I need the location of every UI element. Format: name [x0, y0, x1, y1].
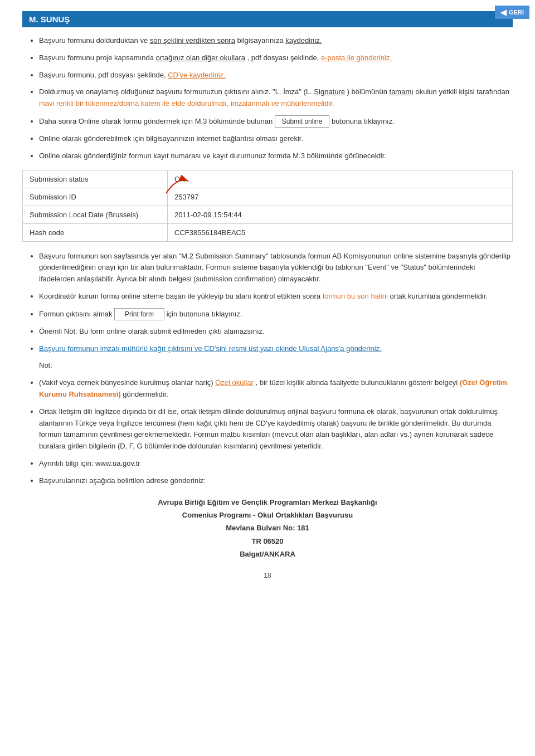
bullet-submit-online: Daha sonra Online olarak formu göndermek…: [39, 115, 513, 128]
bullet-internet: Online olarak gönderebilmek için bilgisa…: [39, 133, 513, 145]
back-arrow-icon: ◀: [500, 8, 507, 17]
main-bullet-list: Başvuru formunu doldurduktan ve son şekl…: [22, 35, 513, 162]
table-row-status: Submission status OK: [23, 170, 513, 188]
label-submission-date: Submission Local Date (Brussels): [23, 206, 168, 223]
label-submission-status: Submission status: [23, 170, 168, 188]
formun-son-halini-text: formun bu son halini: [323, 292, 388, 300]
value-hash-code: CCF38556184BEAC5: [168, 223, 513, 241]
footer-line-4: TR 06520: [22, 535, 513, 548]
cd-link: CD'ye kaydediniz.: [168, 71, 226, 79]
kaydediniz-link: kaydediniz.: [285, 36, 322, 45]
submission-section: Submission status OK Submission ID 25379…: [22, 170, 513, 242]
bullet-print: Formun çıktısını almak Print form için b…: [39, 308, 513, 320]
submission-table: Submission status OK Submission ID 25379…: [22, 170, 513, 242]
signature-link: Signature: [314, 87, 345, 96]
table-row-id: Submission ID 253797: [23, 188, 513, 206]
value-submission-id: 253797: [168, 188, 513, 206]
section-title: M. SUNUŞ: [29, 14, 70, 24]
submit-online-button[interactable]: Submit online: [275, 115, 330, 128]
print-form-button[interactable]: Print form: [114, 308, 164, 320]
geri-label: GERİ: [509, 9, 524, 16]
bullet-2: Başvuru formunu proje kapsamında ortağın…: [39, 52, 513, 64]
bullet-blue-link: Başvuru formunun imzalı-mühürlü kağıt çı…: [39, 343, 513, 355]
bullet-ayrintili: Ayrıntılı bilgi için: www.ua.gov.tr: [39, 458, 513, 470]
ortaginiz-link: ortağınız olan diğer okullara: [156, 53, 245, 62]
bullet-4: Doldurmuş ve onaylamış olduğunuz başvuru…: [39, 86, 513, 110]
bullet-3: Başvuru formunu, pdf dosyası şeklinde, C…: [39, 70, 513, 81]
bullet-gonderin: Başvurularınızı aşağıda belirtilen adres…: [39, 475, 513, 487]
page-number: 18: [22, 572, 513, 579]
footer-line-5: Balgat/ANKARA: [22, 548, 513, 560]
bullet-vakif: (Vakıf veya dernek bünyesinde kurulmuş o…: [39, 377, 513, 401]
blue-link-text: Başvuru formunun imzalı-mühürlü kağıt çı…: [39, 344, 382, 353]
son-seklini-link: son şeklini verdikten sonra: [150, 36, 235, 45]
footer-line-3: Mevlana Bulvarı No: 181: [22, 521, 513, 534]
geri-button[interactable]: ◀ GERİ: [495, 6, 529, 19]
bullet-summary: Başvuru formunun son sayfasında yer alan…: [39, 251, 513, 285]
label-hash-code: Hash code: [23, 223, 168, 241]
mavi-renkli-text: mavi renkli bir tükenmez/dolma kalem ile…: [39, 99, 334, 108]
bullet-ortak: Ortak İletişim dili İngilizce dışında bi…: [39, 406, 513, 452]
eposta-link: e-posta ile gönderiniz.: [321, 53, 392, 62]
red-arrow-annotation: [160, 165, 194, 199]
ozel-okullar-text: Özel okullar: [215, 378, 254, 387]
table-row-date: Submission Local Date (Brussels) 2011-02…: [23, 206, 513, 223]
tamami-link: tamamı: [390, 87, 414, 96]
footer-address: Avrupa Birliği Eğitim ve Gençlik Program…: [22, 496, 513, 561]
bullet-kayit: Online olarak gönderdiğiniz formun kayıt…: [39, 150, 513, 162]
not-label: Not:: [39, 360, 513, 372]
tertiary-bullet-list: (Vakıf veya dernek bünyesinde kurulmuş o…: [22, 377, 513, 486]
section-header: M. SUNUŞ: [22, 11, 513, 27]
label-submission-id: Submission ID: [23, 188, 168, 206]
table-row-hash: Hash code CCF38556184BEAC5: [23, 223, 513, 241]
value-submission-date: 2011-02-09 15:54:44: [168, 206, 513, 223]
bullet-1: Başvuru formunu doldurduktan ve son şekl…: [39, 35, 513, 47]
footer-line-1: Avrupa Birliği Eğitim ve Gençlik Program…: [22, 496, 513, 509]
bullet-onemli: Önemli Not: Bu form online olarak submit…: [39, 326, 513, 338]
secondary-bullet-list: Başvuru formunun son sayfasında yer alan…: [22, 251, 513, 355]
value-submission-status: OK: [168, 170, 513, 188]
bullet-koordinator: Koordinatör kurum formu online siteme ba…: [39, 291, 513, 303]
footer-line-2: Comenius Programı - Okul Ortaklıkları Ba…: [22, 509, 513, 521]
